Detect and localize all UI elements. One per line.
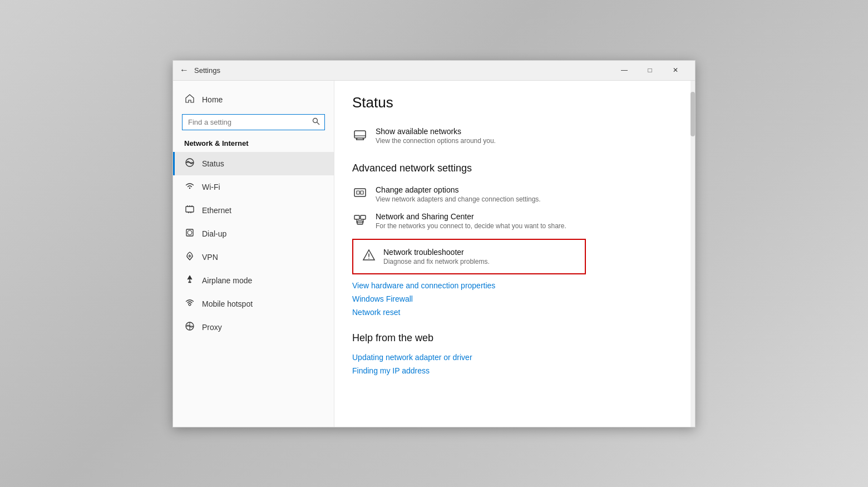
svg-rect-4 — [186, 206, 194, 212]
ip-address-link[interactable]: Finding my IP address — [352, 364, 677, 377]
troubleshooter-sublabel: Diagnose and fix network problems. — [383, 258, 490, 265]
network-icon — [352, 127, 368, 144]
advanced-heading: Advanced network settings — [352, 163, 677, 174]
airplane-icon — [184, 274, 195, 287]
svg-point-32 — [368, 258, 369, 259]
svg-point-0 — [313, 118, 318, 122]
sidebar-item-airplane[interactable]: Airplane mode — [173, 269, 334, 292]
close-button[interactable]: ✕ — [663, 60, 688, 80]
proxy-icon — [184, 321, 195, 333]
adapter-options-text: Change adapter options View network adap… — [376, 185, 541, 203]
advanced-section: Advanced network settings Change adapter… — [352, 163, 677, 319]
sharing-center-label: Network and Sharing Center — [376, 212, 566, 221]
hardware-link[interactable]: View hardware and connection properties — [352, 279, 677, 292]
maximize-button[interactable]: □ — [637, 60, 663, 80]
adapter-options-row[interactable]: Change adapter options View network adap… — [352, 181, 677, 208]
show-networks-section: Show available networks View the connect… — [352, 122, 677, 149]
svg-rect-17 — [354, 131, 366, 138]
help-section: Help from the web Updating network adapt… — [352, 332, 677, 377]
sidebar-item-hotspot[interactable]: Mobile hotspot — [173, 292, 334, 316]
svg-point-13 — [189, 303, 191, 306]
svg-rect-22 — [354, 189, 366, 196]
show-networks-row[interactable]: Show available networks View the connect… — [352, 122, 677, 149]
search-icon-button[interactable] — [308, 115, 324, 129]
sidebar-item-vpn[interactable]: VPN — [173, 245, 334, 269]
svg-rect-26 — [361, 215, 366, 219]
svg-rect-23 — [357, 191, 359, 194]
ethernet-icon — [184, 204, 195, 217]
search-box — [182, 114, 325, 130]
reset-link[interactable]: Network reset — [352, 306, 677, 319]
sidebar-item-status-label: Status — [202, 159, 224, 168]
sidebar-item-wifi[interactable]: Wi-Fi — [173, 175, 334, 199]
adapter-icon — [352, 186, 368, 202]
dialup-icon — [184, 228, 195, 240]
warning-icon — [362, 248, 376, 265]
sharing-icon — [352, 213, 368, 229]
show-networks-sublabel: View the connection options around you. — [376, 137, 496, 145]
sidebar-item-proxy-label: Proxy — [202, 323, 222, 332]
status-icon — [184, 158, 195, 170]
sidebar-item-dialup[interactable]: Dial-up — [173, 222, 334, 245]
adapter-options-label: Change adapter options — [376, 185, 541, 194]
home-icon — [184, 94, 195, 105]
titlebar: ← Settings — □ ✕ — [173, 61, 695, 81]
svg-line-1 — [317, 122, 320, 125]
settings-window: ← Settings — □ ✕ Home — [172, 60, 696, 427]
page-title: Status — [352, 94, 677, 111]
sidebar-item-status[interactable]: Status — [173, 152, 334, 175]
svg-rect-24 — [361, 191, 363, 194]
sidebar: Home Network & Internet — [173, 81, 334, 427]
firewall-link[interactable]: Windows Firewall — [352, 292, 677, 306]
main-content: Status Show available networks — [334, 81, 695, 427]
wifi-icon — [184, 181, 195, 193]
search-input[interactable] — [183, 115, 308, 130]
sidebar-item-hotspot-label: Mobile hotspot — [202, 299, 253, 308]
minimize-button[interactable]: — — [611, 60, 637, 80]
sharing-center-row[interactable]: Network and Sharing Center For the netwo… — [352, 208, 677, 234]
troubleshooter-label: Network troubleshooter — [383, 248, 490, 257]
troubleshooter-box[interactable]: Network troubleshooter Diagnose and fix … — [352, 239, 586, 274]
help-heading: Help from the web — [352, 332, 677, 344]
sidebar-item-wifi-label: Wi-Fi — [202, 183, 220, 191]
show-networks-text: Show available networks View the connect… — [376, 127, 496, 145]
window-content: Home Network & Internet — [173, 81, 695, 427]
back-button[interactable]: ← — [180, 65, 189, 75]
sidebar-item-vpn-label: VPN — [202, 253, 218, 262]
sidebar-item-ethernet[interactable]: Ethernet — [173, 199, 334, 222]
svg-rect-25 — [354, 215, 359, 219]
troubleshooter-text: Network troubleshooter Diagnose and fix … — [383, 248, 490, 265]
window-controls: — □ ✕ — [611, 60, 688, 80]
scrollbar-thumb[interactable] — [691, 92, 695, 136]
search-icon — [312, 117, 320, 125]
adapter-options-sublabel: View network adapters and change connect… — [376, 195, 541, 203]
sidebar-item-ethernet-label: Ethernet — [202, 206, 231, 215]
sharing-center-text: Network and Sharing Center For the netwo… — [376, 212, 566, 230]
adapter-driver-link[interactable]: Updating network adapter or driver — [352, 351, 677, 364]
sidebar-section-title: Network & Internet — [173, 137, 334, 152]
vpn-icon — [184, 251, 195, 263]
home-label: Home — [202, 95, 223, 104]
show-networks-label: Show available networks — [376, 127, 496, 136]
sidebar-item-proxy[interactable]: Proxy — [173, 316, 334, 339]
scrollbar-track — [691, 81, 695, 427]
sidebar-item-dialup-label: Dial-up — [202, 229, 226, 238]
sidebar-item-airplane-label: Airplane mode — [202, 276, 252, 285]
sidebar-item-home[interactable]: Home — [173, 90, 334, 110]
hotspot-icon — [184, 298, 195, 310]
window-title: Settings — [194, 66, 611, 75]
sharing-center-sublabel: For the networks you connect to, decide … — [376, 222, 566, 230]
